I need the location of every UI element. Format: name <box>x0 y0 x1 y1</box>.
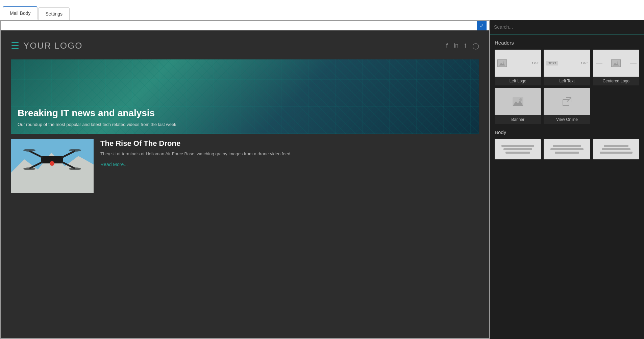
left-logo-thumb: fint <box>495 50 541 77</box>
article-title: The Rise Of The Drone <box>100 139 479 148</box>
banner: Breaking IT news and analysis Our roundu… <box>11 59 479 134</box>
search-input[interactable] <box>494 23 640 31</box>
template-centered-logo[interactable]: Centered Logo <box>593 50 639 85</box>
body-thumb-3 <box>593 139 639 159</box>
thumb-center-image <box>611 59 621 67</box>
social-icons: f in t ◯ <box>446 42 479 50</box>
read-more-link[interactable]: Read More... <box>100 162 128 167</box>
tab-settings[interactable]: Settings <box>38 7 70 20</box>
tab-mail-body[interactable]: Mail Body <box>3 6 38 20</box>
svg-point-11 <box>50 161 54 166</box>
left-text-label: Left Text <box>544 77 590 85</box>
line-left <box>596 63 602 63</box>
svg-point-10 <box>69 167 81 170</box>
email-preview: ⤢ ☰ YOUR LOGO f in t ◯ <box>0 20 490 339</box>
centered-logo-thumb <box>593 50 639 77</box>
template-view-online[interactable]: View Online <box>544 88 590 124</box>
thumb-text-box: TEXT <box>546 61 558 66</box>
banner-thumb <box>495 88 541 115</box>
body-line-3 <box>505 152 530 154</box>
body-line-1 <box>501 145 534 147</box>
body-line-6 <box>555 152 579 154</box>
headers-section: Headers fint Left Logo <box>490 34 644 127</box>
right-panel: Headers fint Left Logo <box>490 20 644 339</box>
tab-bar: Mail Body Settings <box>0 0 644 20</box>
body-line-2 <box>503 148 532 150</box>
body-thumb-2 <box>544 139 590 159</box>
line-right <box>630 63 637 63</box>
main-container: ⤢ ☰ YOUR LOGO f in t ◯ <box>0 20 644 339</box>
template-banner[interactable]: Banner <box>495 88 541 124</box>
instagram-icon: ◯ <box>472 42 479 50</box>
banner-subtitle: Our roundup of the most popular and late… <box>18 122 472 127</box>
expand-button[interactable]: ⤢ <box>477 21 487 30</box>
body-template-1[interactable] <box>495 139 541 159</box>
body-line-7 <box>604 145 628 147</box>
body-template-2[interactable] <box>544 139 590 159</box>
svg-point-8 <box>69 149 81 152</box>
logo-icon: ☰ <box>11 41 19 51</box>
facebook-icon: f <box>446 42 448 49</box>
body-line-9 <box>600 152 633 154</box>
banner-label: Banner <box>495 115 541 124</box>
article-description: They sit at terminals at Holloman Air Fo… <box>100 151 479 157</box>
view-online-thumb <box>544 88 590 115</box>
banner-title: Breaking IT news and analysis <box>18 108 472 119</box>
logo-area: ☰ YOUR LOGO <box>11 41 82 51</box>
body-line-4 <box>553 145 581 147</box>
svg-point-9 <box>23 167 35 170</box>
linkedin-icon: in <box>454 42 459 49</box>
body-label: Body <box>495 129 639 135</box>
view-online-label: View Online <box>544 115 590 124</box>
body-thumb-1 <box>495 139 541 159</box>
preview-header: ⤢ <box>1 21 489 30</box>
template-grid: fint Left Logo TEXT fint <box>495 50 639 124</box>
logo-text: YOUR LOGO <box>23 41 82 51</box>
body-line-8 <box>602 148 630 150</box>
thumb-image-icon <box>497 59 507 67</box>
svg-point-14 <box>503 61 504 63</box>
thumb-social-icons: fint <box>532 61 538 65</box>
email-body: ☰ YOUR LOGO f in t ◯ Breaking IT new <box>1 30 489 200</box>
twitter-icon: t <box>465 42 466 49</box>
left-text-thumb: TEXT fint <box>544 50 590 77</box>
body-line-5 <box>550 148 583 150</box>
article-image <box>11 139 94 193</box>
banner-content: Breaking IT news and analysis Our roundu… <box>11 101 479 134</box>
thumb-social-icons-2: fint <box>581 61 588 65</box>
svg-point-17 <box>617 61 618 63</box>
body-thumbs <box>495 139 639 159</box>
headers-label: Headers <box>495 40 639 46</box>
centered-logo-label: Centered Logo <box>593 77 639 85</box>
template-left-logo[interactable]: fint Left Logo <box>495 50 541 85</box>
svg-point-7 <box>23 149 35 152</box>
body-template-3[interactable] <box>593 139 639 159</box>
body-section: Body <box>490 127 644 162</box>
email-divider <box>11 56 479 56</box>
left-logo-label: Left Logo <box>495 77 541 85</box>
email-logo-row: ☰ YOUR LOGO f in t ◯ <box>11 37 479 54</box>
template-left-text[interactable]: TEXT fint Left Text <box>544 50 590 85</box>
article-text: The Rise Of The Drone They sit at termin… <box>100 139 479 167</box>
article-row: The Rise Of The Drone They sit at termin… <box>11 139 479 193</box>
svg-point-20 <box>519 98 522 101</box>
search-bar <box>490 20 644 34</box>
